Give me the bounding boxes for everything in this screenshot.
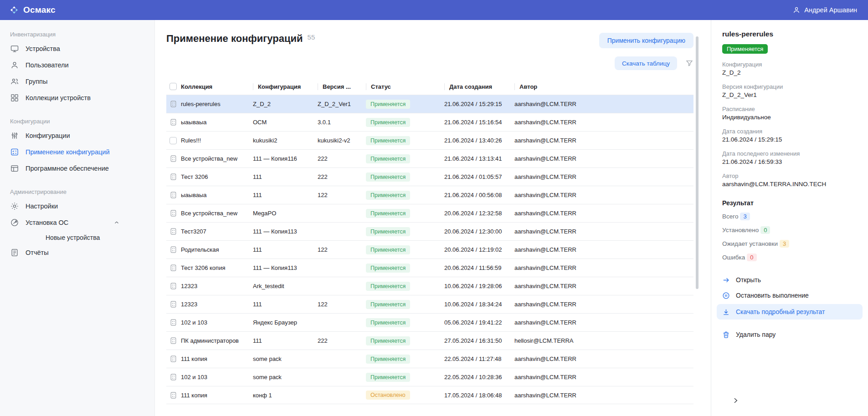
table-row[interactable]: 12323 111 122 Применяется 10.06.2024 / 1… — [166, 295, 693, 313]
col-version: Версия ... — [318, 83, 366, 90]
status-badge: Применяется — [366, 355, 410, 364]
status-badge: Применяется — [366, 172, 410, 182]
result-total: Всего3 — [722, 213, 857, 220]
checklist-icon — [10, 147, 19, 157]
vertical-scrollbar[interactable] — [696, 36, 699, 289]
field-value-author: aarshavin@LCM.TERRA.INNO.TECH — [722, 181, 857, 188]
table-row[interactable]: 111 копия конф 1 Остановлено 17.05.2024 … — [166, 386, 693, 404]
sidebar-section-configs: Конфигурации — [10, 118, 154, 125]
row-author: aarshavin@LCM.TERR — [514, 355, 582, 362]
window-icon — [10, 164, 19, 173]
row-collection: Родительская — [181, 246, 253, 253]
result-total-count: 3 — [740, 213, 750, 220]
panel-status-badge: Применяется — [722, 44, 768, 54]
user-menu[interactable]: Андрей Аршавин — [792, 6, 857, 14]
collection-icon — [169, 282, 177, 290]
status-badge: Применяется — [366, 191, 410, 200]
collection-icon — [169, 228, 177, 235]
chevron-right-icon — [732, 397, 739, 404]
row-date: 22.05.2024 / 11:27:48 — [444, 355, 514, 362]
row-author: aarshavin@LCM.TERR — [514, 264, 582, 271]
col-configuration: Конфигурация — [253, 83, 318, 90]
row-checkbox[interactable] — [169, 137, 177, 144]
table-row[interactable]: Все устройства_new MegaPO Применяется 20… — [166, 204, 693, 222]
row-author: aarshavin@LCM.TERR — [514, 210, 582, 217]
sidebar-item-devices[interactable]: Устройства — [0, 41, 154, 57]
sidebar-item-config-application[interactable]: Применение конфигураций — [0, 144, 154, 160]
table-row[interactable]: Родительская 111 122 Применяется 20.06.2… — [166, 240, 693, 259]
row-author: aarshavin@LCM.TERR — [514, 173, 582, 180]
download-table-button[interactable]: Скачать таблицу — [615, 56, 677, 70]
status-badge: Применяется — [366, 282, 410, 291]
apply-configuration-button[interactable]: Применить конфигурацию — [599, 33, 693, 48]
sidebar-item-new-devices[interactable]: Новые устройства — [0, 231, 154, 244]
logo[interactable]: Осмакс — [9, 5, 56, 15]
table-row[interactable]: 102 и 103 Яндекс Браузер Применяется 05.… — [166, 313, 693, 331]
action-label: Открыть — [736, 276, 761, 284]
table-row[interactable]: Rules!!! kukusiki2 kukusiki2-v2 Применяе… — [166, 131, 693, 149]
row-date: 22.05.2024 / 10:28:36 — [444, 374, 514, 380]
field-label: Расписание — [722, 106, 857, 112]
sidebar-item-software[interactable]: Программное обеспечение — [0, 160, 154, 177]
page-title: Применение конфигураций — [166, 33, 303, 45]
table-row[interactable]: Тест 3206 111 222 Применяется 21.06.2024… — [166, 167, 693, 186]
field-value-configuration: Z_D_2 — [722, 69, 857, 76]
table-row[interactable]: 12323 Ark_testedit Применяется 10.06.202… — [166, 277, 693, 295]
collapse-panel-button[interactable] — [732, 397, 739, 406]
sidebar-item-groups[interactable]: Группы — [0, 73, 154, 90]
select-all-checkbox[interactable] — [169, 83, 177, 90]
sidebar-item-label: Группы — [26, 78, 47, 85]
person-icon — [10, 61, 19, 70]
open-action[interactable]: Открыть — [717, 272, 863, 288]
table-row[interactable]: ыаываыа OCM 3.0.1 Применяется 21.06.2024… — [166, 113, 693, 131]
table-row[interactable]: Тест3207 111 — Копия113 Применяется 20.0… — [166, 222, 693, 240]
status-badge: Применяется — [366, 209, 410, 218]
action-label: Остановить выполнение — [736, 292, 809, 299]
row-date: 20.06.2024 / 12:32:58 — [444, 210, 514, 217]
table-row[interactable]: ыаываыа 111 122 Применяется 21.06.2024 /… — [166, 186, 693, 204]
row-version: 222 — [318, 155, 366, 162]
sidebar-item-label: Применение конфигураций — [26, 148, 110, 156]
col-status: Статус — [366, 83, 444, 90]
stop-execution-action[interactable]: Остановить выполнение — [717, 288, 863, 303]
row-version: 122 — [318, 246, 366, 253]
row-collection: rules-pererules — [181, 101, 253, 107]
table-body: rules-pererules Z_D_2 Z_D_2_Ver1 Применя… — [166, 95, 693, 404]
row-author: aarshavin@LCM.TERR — [514, 301, 582, 308]
row-collection: 12323 — [181, 283, 253, 289]
row-date: 21.06.2024 / 15:29:15 — [444, 101, 514, 107]
sidebar-item-settings[interactable]: Настройки — [0, 198, 154, 214]
table-row[interactable]: rules-pererules Z_D_2 Z_D_2_Ver1 Применя… — [166, 95, 693, 113]
download-detailed-result-action[interactable]: Скачать подробный результат — [717, 304, 863, 320]
row-config: конф 1 — [253, 392, 318, 399]
sidebar-item-configurations[interactable]: Конфигурации — [0, 127, 154, 144]
main-content: Применение конфигураций 55 Применить кон… — [155, 20, 711, 416]
row-config: Ark_testedit — [253, 283, 318, 289]
sidebar-item-device-collections[interactable]: Коллекции устройств — [0, 90, 154, 106]
status-badge: Применяется — [366, 154, 410, 163]
row-collection: Тест3207 — [181, 228, 253, 235]
row-collection: ПК администраторов — [181, 337, 253, 344]
os-install-icon — [10, 218, 19, 227]
row-collection: ыаываыа — [181, 192, 253, 198]
row-collection: Тест 3206 — [181, 173, 253, 180]
table-row[interactable]: Все устройства_new 111 — Копия116 222 Пр… — [166, 149, 693, 167]
table-row[interactable]: Тест 3206 копия 111 — Копия113 Применяет… — [166, 259, 693, 277]
chevron-up-icon[interactable] — [113, 219, 120, 226]
sidebar-item-reports[interactable]: Отчёты — [0, 244, 154, 261]
table-row[interactable]: 111 копия some pack Применяется 22.05.20… — [166, 350, 693, 368]
delete-pair-action[interactable]: Удалить пару — [717, 327, 863, 342]
table-row[interactable]: 102 и 103 some pack Применяется 22.05.20… — [166, 368, 693, 386]
table-row[interactable]: ПК администраторов 111 222 Применяется 2… — [166, 331, 693, 350]
status-badge: Применяется — [366, 300, 410, 309]
row-config: 111 — Копия113 — [253, 228, 318, 235]
status-badge: Применяется — [366, 118, 410, 127]
sidebar-item-label: Отчёты — [26, 249, 49, 256]
collection-icon — [169, 391, 177, 399]
status-badge: Применяется — [366, 100, 410, 109]
filter-icon[interactable] — [685, 59, 693, 67]
row-config: 111 — [253, 337, 318, 344]
row-author: aarshavin@LCM.TERR — [514, 119, 582, 126]
sidebar-item-users[interactable]: Пользователи — [0, 57, 154, 73]
sidebar-item-os-install[interactable]: Установка ОС — [0, 214, 154, 231]
